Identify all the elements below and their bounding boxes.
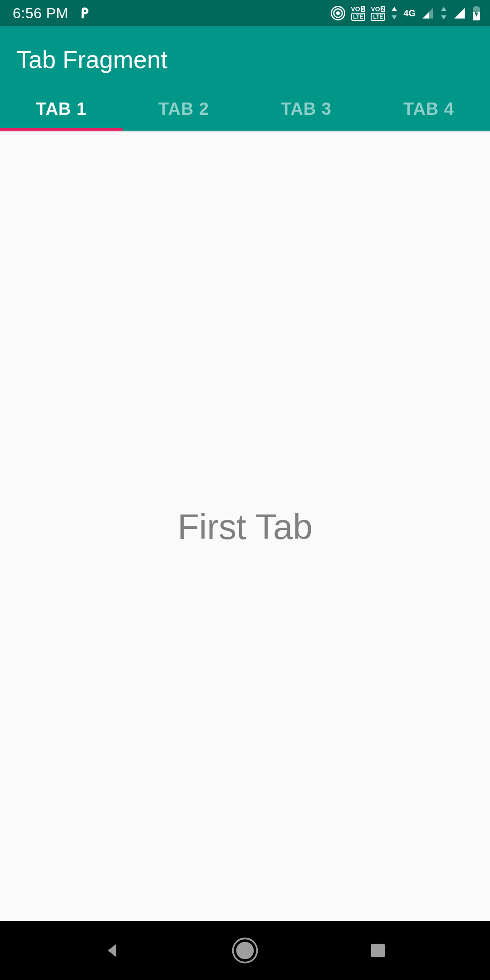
app-bar: Tab Fragment <box>0 26 490 87</box>
tab-indicator <box>0 128 122 131</box>
hotspot-icon <box>331 6 345 20</box>
volte1-vo: VO <box>351 6 360 12</box>
network-type: 4G <box>403 8 416 19</box>
volte2-icon: VO2 LTE <box>371 6 385 21</box>
status-left: 6:56 PM <box>13 5 91 22</box>
data-arrows-icon <box>391 7 398 20</box>
nav-home-button[interactable] <box>222 928 268 973</box>
tab-bar: TAB 1 TAB 2 TAB 3 TAB 4 <box>0 87 490 131</box>
data-arrows-2-icon <box>440 7 447 20</box>
svg-rect-4 <box>475 6 478 8</box>
navigation-bar <box>0 921 490 980</box>
p-icon <box>78 6 91 20</box>
tab-1-label: TAB 1 <box>36 99 87 119</box>
volte1-num: 1 <box>361 6 366 12</box>
signal-2-icon <box>453 7 466 20</box>
volte2-lte: LTE <box>371 13 385 21</box>
svg-point-0 <box>336 11 340 15</box>
tab-2-label: TAB 2 <box>158 99 209 119</box>
nav-recent-button[interactable] <box>355 928 401 973</box>
tab-3-label: TAB 3 <box>281 99 332 119</box>
volte1-icon: VO1 LTE <box>351 6 365 21</box>
content-text: First Tab <box>177 506 313 548</box>
svg-rect-8 <box>371 944 385 957</box>
recent-icon <box>369 941 387 960</box>
status-time: 6:56 PM <box>13 5 69 22</box>
tab-3[interactable]: TAB 3 <box>245 87 368 131</box>
svg-point-7 <box>236 942 254 960</box>
battery-charging-icon <box>472 6 481 20</box>
content-area[interactable]: First Tab <box>0 132 490 921</box>
tab-1[interactable]: TAB 1 <box>0 87 122 131</box>
tab-4-label: TAB 4 <box>403 99 454 119</box>
home-icon <box>232 937 258 964</box>
app-title: Tab Fragment <box>16 45 474 74</box>
tab-2[interactable]: TAB 2 <box>122 87 245 131</box>
nav-back-button[interactable] <box>89 928 135 973</box>
screen: 6:56 PM VO1 LTE VO2 LTE 4G <box>0 0 490 980</box>
status-bar: 6:56 PM VO1 LTE VO2 LTE 4G <box>0 0 490 26</box>
volte1-lte: LTE <box>351 13 366 21</box>
back-icon <box>102 941 122 960</box>
tab-4[interactable]: TAB 4 <box>368 87 490 131</box>
signal-1-icon <box>421 7 435 20</box>
volte2-num: 2 <box>381 6 386 12</box>
status-right: VO1 LTE VO2 LTE 4G <box>331 6 481 21</box>
volte2-vo: VO <box>371 6 380 12</box>
